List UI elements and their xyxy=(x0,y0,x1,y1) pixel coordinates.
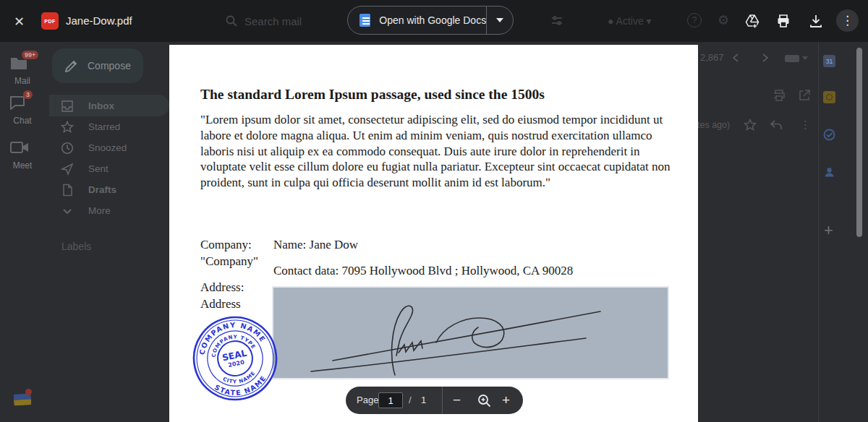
calendar-icon: 31 xyxy=(823,55,835,67)
meet-label: Meet xyxy=(10,160,35,171)
print-button[interactable] xyxy=(776,14,791,28)
company-seal: COMPANY NAME STATE NAME COMPANY TYPE CIT… xyxy=(183,306,288,411)
page-toolbar: Page / 1 − + xyxy=(346,387,523,414)
toolbar-divider xyxy=(442,387,443,414)
message-time: tes ago) xyxy=(697,120,730,130)
more-options-button[interactable]: ⋮ xyxy=(836,9,859,32)
side-panel-divider xyxy=(818,42,819,422)
address-label: Address: xyxy=(200,280,244,296)
chat-icon xyxy=(10,96,26,110)
mail-badge: 99+ xyxy=(22,51,38,59)
company-value: "Company" xyxy=(200,254,258,270)
input-caret-icon xyxy=(802,56,808,60)
meet-camera-icon xyxy=(10,142,29,153)
page-label: Page xyxy=(357,395,378,405)
next-page-icon xyxy=(762,53,769,62)
help-icon: ? xyxy=(687,13,702,27)
search-icon xyxy=(226,15,237,27)
name-line: Name: Jane Dow xyxy=(273,237,358,254)
sidebar-item-label: Inbox xyxy=(88,100,114,111)
reply-icon xyxy=(770,120,783,130)
address-value: Address xyxy=(200,296,244,313)
chat-tab: 3 Chat xyxy=(10,96,35,126)
compose-label: Compose xyxy=(88,60,131,72)
status-active: ● Active ▾ xyxy=(608,15,652,27)
signature-box xyxy=(273,288,668,378)
meet-tab: Meet xyxy=(10,142,35,171)
zoom-in-button[interactable]: + xyxy=(502,393,510,407)
contacts-icon xyxy=(823,166,835,178)
send-icon xyxy=(61,163,74,176)
sidebar-item-snoozed[interactable]: Snoozed xyxy=(61,137,169,158)
settings-gear-icon: ⚙ xyxy=(718,12,729,28)
pdf-file-icon: PDF xyxy=(41,12,59,30)
zoom-button[interactable] xyxy=(477,394,491,408)
get-addons-icon: + xyxy=(824,221,833,240)
inbox-icon xyxy=(61,100,74,113)
download-button[interactable] xyxy=(809,14,823,28)
open-with-label: Open with Google Docs xyxy=(370,14,486,26)
message-star-icon xyxy=(744,119,757,132)
tune-icon xyxy=(551,15,563,27)
sidebar-item-label: Drafts xyxy=(88,184,116,195)
background-print-icon xyxy=(773,90,786,101)
button-divider xyxy=(486,7,487,34)
prev-page-icon xyxy=(732,53,739,62)
preview-header: ✕ PDF Jane-Dow.pdf Search mail ● Active … xyxy=(0,0,868,42)
document-title: The standard Lorem Ipsum passage, used s… xyxy=(200,87,545,103)
sidebar-item-label: More xyxy=(88,205,111,216)
tasks-icon xyxy=(823,129,835,141)
message-more-icon: ⋮ xyxy=(800,119,811,132)
scrollbar-thumb xyxy=(856,48,862,237)
pdf-badge-text: PDF xyxy=(44,19,56,24)
chat-label: Chat xyxy=(10,116,35,126)
company-label: Company: xyxy=(200,237,258,254)
google-docs-icon xyxy=(359,14,370,27)
sidebar-item-label: Snoozed xyxy=(88,142,127,153)
star-icon xyxy=(61,121,74,134)
page-divider: / xyxy=(409,395,412,405)
draft-icon xyxy=(61,184,74,197)
close-button[interactable]: ✕ xyxy=(14,14,25,30)
document-paragraph: "Lorem ipsum dolor sit amet, consectetur… xyxy=(200,112,672,191)
company-field: Company: "Company" xyxy=(200,237,258,270)
sidebar-item-sent[interactable]: Sent xyxy=(61,158,169,179)
chevron-down-icon xyxy=(61,204,74,218)
open-with-google-docs-button[interactable]: Open with Google Docs xyxy=(347,6,514,35)
keyboard-icon xyxy=(784,54,800,63)
keep-icon xyxy=(823,91,835,103)
sidebar-item-drafts[interactable]: Drafts xyxy=(61,179,169,200)
page-input[interactable] xyxy=(378,392,403,408)
compose-button[interactable]: Compose xyxy=(52,48,143,83)
sidebar-item-label: Sent xyxy=(88,163,109,174)
message-count: 2,867 xyxy=(700,52,724,63)
signature xyxy=(273,288,668,378)
file-title: Jane-Dow.pdf xyxy=(66,14,132,27)
labels-heading: Labels xyxy=(61,241,91,252)
sidebar-item-starred[interactable]: Starred xyxy=(61,116,169,137)
search-mail-text: Search mail xyxy=(244,15,302,27)
mail-tab: 99+ Mail xyxy=(10,56,35,86)
open-with-dropdown-arrow[interactable] xyxy=(496,18,503,22)
sidebar-item-more[interactable]: More xyxy=(61,200,169,221)
sidebar-item-inbox[interactable]: Inbox xyxy=(61,95,169,116)
add-to-drive-button[interactable] xyxy=(744,13,760,29)
pdf-page: The standard Lorem Ipsum passage, used s… xyxy=(169,45,698,422)
chat-badge: 3 xyxy=(23,90,33,99)
seal-text: COMPANY NAME STATE NAME COMPANY TYPE CIT… xyxy=(192,314,278,403)
mail-label: Mail xyxy=(10,76,35,86)
notification-dot xyxy=(25,389,32,395)
sidebar-item-label: Starred xyxy=(88,121,120,132)
pdf-preview-overlay: 99+ Mail 3 Chat Meet Compose Inbox Starr… xyxy=(0,0,868,422)
contact-line: Contact data: 7095 Hollywood Blvd ; Holl… xyxy=(273,263,573,280)
calendar-day: 31 xyxy=(826,58,833,65)
pencil-icon xyxy=(65,60,77,72)
open-in-new-icon xyxy=(799,90,810,101)
status-label: Active xyxy=(616,15,644,27)
address-field: Address: Address xyxy=(200,280,244,312)
clock-icon xyxy=(61,142,74,155)
zoom-out-button[interactable]: − xyxy=(453,393,461,407)
page-total: 1 xyxy=(421,395,426,405)
